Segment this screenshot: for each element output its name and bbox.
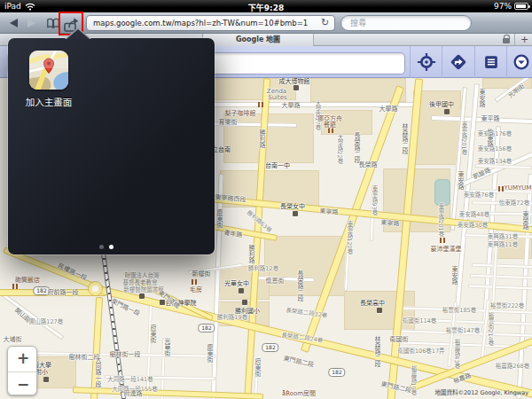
route-shield: 182: [262, 343, 278, 352]
map-label: 毛房: [190, 285, 202, 293]
map-label: 成大博物館: [279, 78, 310, 85]
map-label: 勝利路: [246, 245, 255, 263]
map-label: 慶東街: [205, 344, 214, 363]
restaurant-marker-icon: [440, 238, 445, 243]
map-label: 勝利路19巷: [217, 312, 247, 321]
map-label: 大學路22巷: [335, 134, 344, 164]
map-label: 衛國街114巷: [403, 316, 436, 325]
school-marker-icon: [377, 308, 382, 313]
map-label: 育樂街: [219, 117, 238, 126]
map-label: 大學路: [379, 104, 398, 113]
map-label: 新樓街: [192, 269, 211, 278]
map-label: 大同路一段: [93, 356, 102, 387]
map-label: 開山路127巷: [29, 317, 63, 325]
map-label: 餐廳: [324, 120, 336, 129]
map-zoom-control: + −: [7, 346, 37, 395]
map-label: 大同路一段141巷: [107, 374, 153, 383]
tab-google-maps[interactable]: Google 地圖: [202, 34, 314, 46]
map-copyright: 地圖資料©2012 Google, Kingway: [434, 387, 528, 396]
share-popover: 加入主畫面: [8, 38, 215, 254]
map-label: 梨子咖啡館: [225, 108, 256, 117]
map-label: 東平路: [481, 113, 500, 122]
back-icon[interactable]: [10, 19, 18, 27]
map-label: 樹林街一段: [110, 349, 141, 358]
map-label: 東安路134巷: [478, 156, 512, 165]
my-location-button[interactable]: [411, 46, 442, 78]
url-field[interactable]: [86, 15, 335, 31]
search-input[interactable]: [340, 15, 472, 31]
map-label: 林森路二段: [400, 123, 409, 154]
map-label: aRoom房間: [282, 388, 316, 397]
map-label: 裕農路19巷: [409, 365, 418, 395]
map-label: 裕農路268巷: [496, 361, 529, 370]
map-label: 長榮路二段: [352, 132, 361, 163]
map-label: 青年路: [223, 228, 243, 239]
directions-icon: [449, 52, 468, 72]
map-label: 光華街: [162, 338, 171, 356]
map-label: 裕農路43巷: [452, 339, 461, 369]
map-label: 台南一中: [265, 160, 290, 169]
battery-percent: 97%: [494, 2, 512, 11]
map-label: 怡東路72巷: [499, 198, 529, 207]
map-label: 東安路: [456, 171, 465, 190]
map-label: 東安路176巷: [478, 129, 512, 137]
map-label: 東安路30巷: [458, 220, 488, 229]
zoom-out-button[interactable]: −: [8, 372, 38, 396]
map-label: 勝利路: [257, 129, 266, 148]
battery-icon: [514, 3, 528, 10]
map-label: 豪沛堡漢堡: [431, 244, 462, 253]
school-marker-icon: [444, 109, 450, 114]
map-label: 長榮路二段: [295, 270, 304, 301]
pond: [434, 179, 450, 206]
directions-button[interactable]: [442, 46, 474, 78]
lock-icon: [503, 38, 510, 43]
list-icon: [481, 52, 501, 72]
map-label: 裕豐街147巷: [446, 325, 480, 334]
layers-dropdown-button[interactable]: [505, 46, 532, 78]
layers-dropdown-icon: [512, 52, 531, 72]
map-label: 東寧路: [380, 217, 400, 228]
list-button[interactable]: [475, 46, 507, 78]
restaurant-marker-icon: [12, 284, 18, 289]
map-label: 長榮女中: [280, 201, 305, 210]
school-marker-icon: [239, 288, 244, 293]
map-label: 東安路: [450, 266, 458, 285]
route-shield: 182: [328, 368, 345, 377]
map-label: 府東街: [253, 358, 262, 377]
forward-icon[interactable]: [27, 19, 35, 27]
map-label: 裕豐街214巷: [486, 312, 495, 346]
page-dot-active: [109, 245, 113, 249]
school-marker-icon: [139, 293, 145, 299]
new-tab-button[interactable]: +: [517, 34, 532, 46]
map-label: 衛國街: [390, 334, 409, 343]
school-marker-icon: [242, 300, 247, 305]
school-marker-icon: [293, 211, 298, 216]
map-label: 光華女中: [224, 278, 249, 287]
route-shield: 182: [198, 324, 215, 332]
restaurant-marker-icon: [498, 186, 504, 192]
map-label: 東安路: [477, 89, 486, 107]
map-label: 裕豐街185巷: [442, 305, 476, 314]
map-label: 怡東路: [485, 129, 494, 147]
map-label: 長榮高中: [360, 298, 385, 307]
page-dot: [99, 245, 104, 249]
add-to-home-app-icon[interactable]: [29, 51, 68, 90]
map-label: 東寧路: [319, 206, 339, 216]
map-label: 東門路二段: [283, 353, 315, 369]
map-label: 長榮路: [359, 160, 378, 168]
map-label: 東榮路: [520, 211, 529, 230]
school-marker-icon: [293, 85, 299, 90]
map-label: 砲筒飯店: [15, 275, 40, 284]
map-label: 東寧路201巷: [459, 121, 468, 155]
ipad-screen: iPad 下午9:28 97% ↻ Google: [0, 0, 532, 399]
map-label: 東安路76巷: [464, 190, 494, 199]
map-label: 大學路: [282, 100, 301, 109]
map-label: 東寧路120巷: [345, 221, 354, 254]
map-label: 東安路48巷: [459, 209, 489, 218]
zoom-in-button[interactable]: +: [8, 347, 38, 372]
map-label: 府前路一段: [48, 287, 79, 296]
add-to-home-label[interactable]: 加入主畫面: [10, 95, 88, 108]
map-label: 裕豐街222巷: [490, 301, 524, 309]
reload-icon[interactable]: ↻: [321, 17, 329, 29]
map-label: YUMYUM: [505, 184, 532, 192]
